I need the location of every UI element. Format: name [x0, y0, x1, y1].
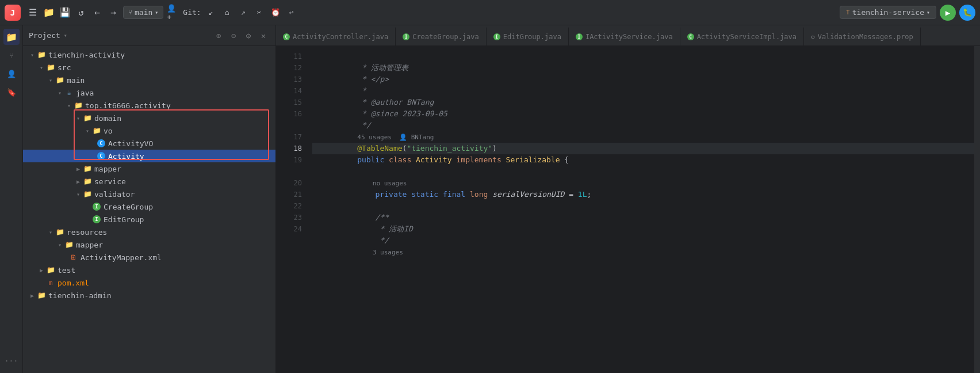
forward-icon[interactable]: → — [107, 6, 120, 19]
panel-action-close[interactable]: ✕ — [257, 29, 270, 42]
tree-item-test[interactable]: ▶ 📁 test — [23, 264, 275, 276]
gear-icon-ValidationMessages: ⚙ — [811, 33, 815, 41]
side-icon-project[interactable]: 📁 — [3, 29, 20, 45]
tree-item-resources[interactable]: ▾ 📁 resources — [23, 226, 275, 238]
tree-item-ActivityVO[interactable]: C ActivityVO — [23, 137, 275, 150]
tab-label-ValidationMessages: ValidationMessages.prop — [818, 33, 913, 41]
tab-EditGroup[interactable]: I EditGroup.java — [487, 27, 569, 45]
tab-ValidationMessages[interactable]: ⚙ ValidationMessages.prop — [804, 27, 921, 45]
save-icon[interactable]: 💾 — [59, 6, 71, 19]
tab-label-IActivityService: IActivityService.java — [585, 33, 673, 41]
line-num-15: 15 — [276, 97, 308, 108]
tree-item-domain[interactable]: ▾ 📁 domain — [23, 112, 275, 124]
vcs-icon1[interactable]: ↙ — [205, 6, 217, 19]
app-brand: J — [5, 5, 21, 21]
label-CreateGroup: CreateGroup — [104, 203, 153, 211]
debug-button[interactable]: 🐛 — [959, 5, 975, 21]
run-config-selector[interactable]: T tienchin-service ▾ — [840, 6, 936, 19]
history-icon[interactable]: ⏰ — [269, 6, 282, 19]
arrow-validator: ▾ — [74, 189, 83, 199]
tree-item-Activity[interactable]: C Activity — [23, 150, 275, 162]
code-line-22: /** — [312, 200, 974, 212]
tab-ActivityController[interactable]: C ActivityController.java — [276, 27, 396, 45]
run-button[interactable]: ▶ — [940, 5, 956, 21]
tab-label-ActivityController: ActivityController.java — [293, 33, 388, 41]
arrow-java: ▾ — [55, 88, 64, 97]
panel-chevron[interactable]: ▾ — [64, 32, 67, 39]
class-icon-CreateGroup: I — [92, 202, 101, 211]
code-line-11: * 活动管理表 — [312, 51, 974, 62]
tab-IActivityService[interactable]: I IActivityService.java — [569, 27, 680, 45]
editor-scrollbar[interactable] — [974, 46, 980, 373]
line-num-22: 22 — [276, 200, 308, 212]
folder-icon[interactable]: 📁 — [43, 6, 55, 19]
label-tienchin-activity: tienchin-activity — [48, 51, 125, 59]
vcs-icon4[interactable]: ✂ — [253, 6, 266, 19]
editor-area: C ActivityController.java I CreateGroup.… — [276, 25, 980, 373]
label-tienchin-admin: tienchin-admin — [48, 291, 112, 300]
project-panel: Project ▾ ⊕ ⊖ ⚙ ✕ ▾ 📁 tienchin-activity … — [23, 25, 276, 373]
tree-item-main[interactable]: ▾ 📁 main — [23, 74, 275, 86]
folder-icon-src: 📁 — [46, 63, 55, 72]
tree-item-EditGroup[interactable]: I EditGroup — [23, 213, 275, 226]
tree-item-java[interactable]: ▾ ☕ java — [23, 86, 275, 99]
undo-icon[interactable]: ↩ — [285, 6, 298, 19]
arrow-main: ▾ — [46, 75, 55, 85]
code-line-meta-nousages: no usages — [312, 166, 974, 177]
line-num-19: 19 — [276, 154, 308, 166]
tab-label-ActivityServiceImpl: ActivityServiceImpl.java — [697, 33, 797, 41]
tab-CreateGroup[interactable]: I CreateGroup.java — [396, 27, 487, 45]
vcs-icon2[interactable]: ⌂ — [221, 6, 233, 19]
panel-action-locate[interactable]: ⊕ — [212, 29, 225, 42]
tree-item-service-pkg[interactable]: ▶ 📁 service — [23, 175, 275, 188]
arrow-service-pkg: ▶ — [74, 177, 83, 186]
label-pom-xml: pom.xml — [58, 279, 89, 287]
label-ActivityMapper-xml: ActivityMapper.xml — [81, 253, 162, 262]
tree-item-tienchin-activity[interactable]: ▾ 📁 tienchin-activity — [23, 48, 275, 61]
tree-item-CreateGroup[interactable]: I CreateGroup — [23, 200, 275, 213]
side-icon-bookmarks[interactable]: 🔖 — [3, 84, 20, 100]
line-num-17: 17 — [276, 131, 308, 143]
folder-icon-main: 📁 — [55, 75, 64, 85]
side-icon-vcs[interactable]: ⑂ — [3, 47, 20, 63]
code-line-13: * — [312, 74, 974, 85]
arrow-mapper-pkg: ▶ — [74, 164, 83, 173]
line-num-meta1 — [276, 120, 308, 131]
tree-item-ActivityMapper-xml[interactable]: 🗎 ActivityMapper.xml — [23, 251, 275, 264]
class-icon-EditGroup: I — [92, 215, 101, 224]
refresh-icon[interactable]: ↺ — [75, 6, 87, 19]
panel-actions: ⊕ ⊖ ⚙ ✕ — [212, 29, 270, 42]
label-java: java — [76, 89, 94, 97]
pom-icon: m — [46, 278, 55, 287]
vcs-icon3[interactable]: ↗ — [237, 6, 250, 19]
side-icon-users[interactable]: 👤 — [3, 66, 20, 82]
panel-action-settings[interactable]: ⊖ — [227, 29, 240, 42]
panel-action-gear[interactable]: ⚙ — [242, 29, 255, 42]
add-user-icon[interactable]: 👤+ — [167, 6, 179, 19]
tab-icon-ActivityServiceImpl: C — [687, 33, 694, 40]
tree-item-pom-xml[interactable]: m pom.xml — [23, 276, 275, 289]
tree-item-validator[interactable]: ▾ 📁 validator — [23, 188, 275, 200]
folder-icon-java: ☕ — [64, 88, 74, 97]
project-tree[interactable]: ▾ 📁 tienchin-activity ▾ 📁 src ▾ 📁 main — [23, 46, 275, 373]
tab-icon-IActivityService: I — [576, 33, 583, 40]
folder-icon-domain: 📁 — [83, 113, 92, 123]
main-layout: 📁 ⑂ 👤 🔖 ··· Project ▾ ⊕ ⊖ ⚙ ✕ ▾ 📁 tiench… — [0, 25, 980, 373]
side-icon-more[interactable]: ··· — [3, 352, 20, 368]
branch-selector[interactable]: ⑂ main ▾ — [123, 6, 163, 19]
arrow-top-package: ▾ — [64, 101, 74, 110]
code-line-meta-3usages: 3 usages — [312, 235, 974, 246]
arrow-test: ▶ — [37, 265, 46, 275]
tree-item-vo[interactable]: ▾ 📁 vo — [23, 124, 275, 137]
back-icon[interactable]: ← — [91, 6, 104, 19]
tab-ActivityServiceImpl[interactable]: C ActivityServiceImpl.java — [680, 27, 804, 45]
code-content[interactable]: * 活动管理表 * </p> * * @author BNTang * @sin… — [308, 46, 974, 373]
tree-item-tienchin-admin[interactable]: ▶ 📁 tienchin-admin — [23, 289, 275, 302]
tree-item-src[interactable]: ▾ 📁 src — [23, 61, 275, 74]
tree-item-mapper-pkg[interactable]: ▶ 📁 mapper — [23, 162, 275, 175]
hamburger-icon[interactable]: ☰ — [26, 6, 39, 19]
tree-item-mapper-res[interactable]: ▾ 📁 mapper — [23, 238, 275, 251]
line-num-24: 24 — [276, 223, 308, 235]
folder-icon-tienchin-admin: 📁 — [37, 291, 46, 300]
tree-item-top-package[interactable]: ▾ 📁 top.it6666.activity — [23, 99, 275, 112]
